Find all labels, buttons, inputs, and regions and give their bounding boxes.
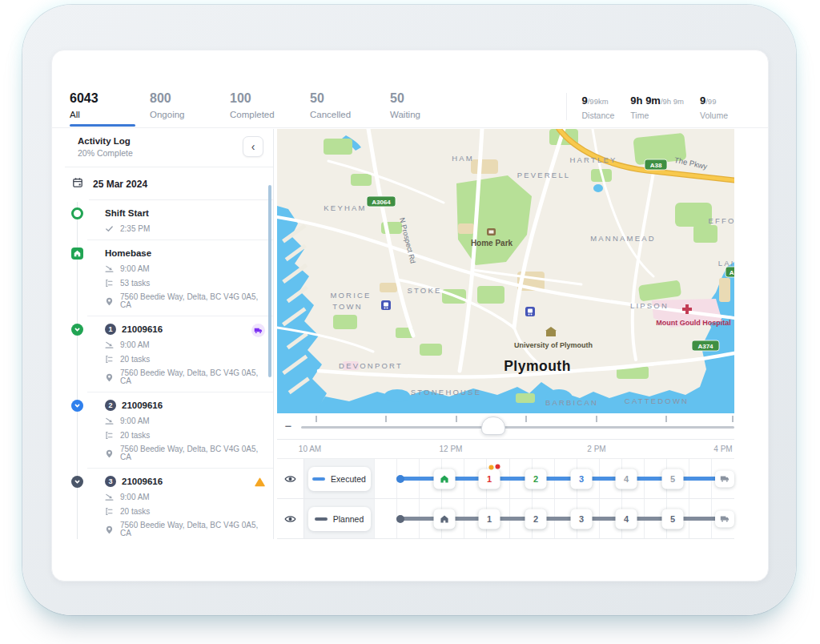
tab-cancelled-count: 50 bbox=[310, 91, 390, 107]
list-item-shift-start[interactable]: Shift Start 2:35 PM bbox=[65, 200, 273, 240]
timeline-zoom-slider: − bbox=[277, 413, 734, 440]
tab-ongoing-count: 800 bbox=[150, 91, 230, 107]
executed-stop-5-marker[interactable]: 5 bbox=[662, 469, 684, 489]
stop-2-tasks: 20 tasks bbox=[120, 432, 150, 440]
planned-stop-2-marker[interactable]: 2 bbox=[525, 509, 547, 529]
road-shield-a38-right: A38 bbox=[726, 267, 734, 277]
planned-start-dot bbox=[396, 515, 404, 523]
stat-volume-label: Volume bbox=[700, 111, 728, 120]
truck-icon bbox=[720, 514, 730, 524]
tab-completed[interactable]: 100 Completed bbox=[230, 91, 310, 127]
eye-icon bbox=[284, 514, 296, 524]
stat-time-label: Time bbox=[630, 111, 684, 120]
map-label-keyham: KEYHAM bbox=[324, 203, 366, 212]
executed-stop-1-marker[interactable]: 1 bbox=[479, 469, 500, 489]
list-item-stop-1[interactable]: 121009616 9:00 AM 20 tasks 7560 Bee bbox=[65, 316, 273, 392]
map-label-peverell: PEVERELL bbox=[517, 171, 571, 179]
tab-waiting[interactable]: 50 Waiting bbox=[390, 91, 470, 127]
tab-cancelled[interactable]: 50 Cancelled bbox=[310, 91, 390, 127]
planned-stop-5-marker[interactable]: 5 bbox=[662, 509, 684, 529]
truck-icon bbox=[251, 324, 265, 337]
list-item-homebase[interactable]: Homebase 9:00 AM 53 tasks 7560 Beedie Wa… bbox=[65, 240, 273, 316]
stop-1-tasks: 20 tasks bbox=[120, 356, 150, 364]
date-row[interactable]: 25 Mar 2024 bbox=[65, 167, 273, 200]
stop-3-tasks: 20 tasks bbox=[120, 508, 150, 516]
tab-bar: 6043 All 800 Ongoing 100 Completed 50 Ca… bbox=[70, 91, 470, 127]
home-icon bbox=[440, 474, 449, 483]
road-shield-a374: A374 bbox=[692, 340, 719, 351]
map-canvas[interactable]: A38 A3064 A374 A38 bbox=[277, 129, 734, 413]
shift-start-title: Shift Start bbox=[105, 207, 263, 219]
stop-1-id: 21009616 bbox=[122, 324, 163, 335]
tasks-icon bbox=[105, 507, 114, 516]
stat-distance-total: /99km bbox=[588, 97, 609, 106]
executed-homebase-marker[interactable] bbox=[434, 469, 456, 489]
planned-stop-2-num: 2 bbox=[533, 514, 538, 524]
stop-3-address: 7560 Beedie Way, Delta, BC V4G 0A5, CA bbox=[120, 521, 263, 537]
homebase-time: 9:00 AM bbox=[120, 265, 150, 273]
planned-stop-3-num: 3 bbox=[579, 514, 584, 524]
planned-legend[interactable]: Planned bbox=[308, 507, 371, 531]
tab-ongoing-label: Ongoing bbox=[150, 110, 230, 127]
stop-1-time: 9:00 AM bbox=[120, 341, 150, 349]
planned-swatch bbox=[315, 517, 328, 521]
home-icon bbox=[440, 514, 449, 523]
executed-vehicle-marker[interactable] bbox=[715, 470, 734, 487]
app-window: 6043 All 800 Ongoing 100 Completed 50 Ca… bbox=[51, 50, 769, 582]
collapse-sidebar-button[interactable]: ‹ bbox=[243, 136, 263, 157]
road-shield-a38: A38 bbox=[645, 159, 667, 170]
planned-homebase-marker[interactable] bbox=[434, 509, 456, 529]
planned-stop-3-marker[interactable]: 3 bbox=[571, 509, 593, 529]
svg-text:A374: A374 bbox=[697, 343, 713, 350]
planned-stop-5-num: 5 bbox=[670, 514, 675, 524]
toggle-planned-visibility[interactable] bbox=[277, 499, 304, 538]
zoom-out-button[interactable]: − bbox=[281, 419, 295, 433]
train-station-icon bbox=[525, 307, 535, 316]
planned-vehicle-marker[interactable] bbox=[715, 510, 734, 527]
executed-stop-2-num: 2 bbox=[533, 474, 538, 484]
stat-volume: 9/99 Volume bbox=[700, 93, 728, 120]
activity-log-sidebar: Activity Log 20% Complete ‹ 25 Mar 2024 … bbox=[65, 129, 274, 539]
tab-ongoing[interactable]: 800 Ongoing bbox=[150, 91, 230, 127]
stat-volume-total: /99 bbox=[705, 97, 716, 106]
sidebar-scrollbar[interactable] bbox=[268, 185, 271, 377]
tab-cancelled-label: Cancelled bbox=[310, 110, 390, 127]
tab-all[interactable]: 6043 All bbox=[70, 91, 150, 127]
tasks-icon bbox=[105, 279, 114, 288]
activity-list: Shift Start 2:35 PM Homebase 9:00 AM bbox=[65, 200, 273, 539]
svg-text:A3064: A3064 bbox=[372, 199, 391, 206]
slider-track[interactable] bbox=[301, 426, 734, 429]
map-label-ham: HAM bbox=[452, 154, 474, 163]
eta-icon bbox=[105, 264, 114, 273]
map-label-efford: EFFOR bbox=[708, 216, 734, 225]
slider-tick bbox=[665, 416, 667, 422]
stop-2-address: 7560 Beedie Way, Delta, BC V4G 0A5, CA bbox=[120, 445, 263, 461]
map-svg: A38 A3064 A374 A38 bbox=[277, 129, 734, 413]
executed-legend[interactable]: Executed bbox=[308, 467, 371, 491]
svg-text:A38: A38 bbox=[650, 162, 662, 169]
tasks-icon bbox=[105, 355, 114, 364]
tab-waiting-label: Waiting bbox=[390, 110, 470, 127]
stop-3-status-icon bbox=[71, 476, 83, 488]
executed-stop-2-marker[interactable]: 2 bbox=[525, 469, 547, 489]
planned-stop-4-marker[interactable]: 4 bbox=[616, 509, 637, 529]
executed-stop-3-marker[interactable]: 3 bbox=[571, 469, 593, 489]
stop-2-id: 21009616 bbox=[122, 400, 163, 411]
slider-handle[interactable] bbox=[481, 417, 505, 435]
list-item-stop-3[interactable]: 321009616 9:00 AM 20 tasks 7560 Bee bbox=[65, 469, 273, 539]
warning-icon bbox=[255, 476, 265, 490]
stop-1-status-icon bbox=[71, 324, 83, 336]
sidebar-progress: 20% Complete bbox=[78, 148, 133, 158]
homebase-tasks: 53 tasks bbox=[120, 280, 150, 288]
slider-tick bbox=[732, 416, 734, 422]
planned-stop-1-marker[interactable]: 1 bbox=[479, 509, 500, 529]
executed-stop-4-marker[interactable]: 4 bbox=[616, 469, 637, 489]
stop-1-address: 7560 Beedie Way, Delta, BC V4G 0A5, CA bbox=[120, 369, 263, 385]
stat-distance: 9/99km Distance bbox=[581, 93, 614, 120]
stat-distance-value: 9 bbox=[581, 95, 587, 107]
list-item-stop-2[interactable]: 221009616 9:00 AM 20 tasks 7560 Beedie W… bbox=[65, 392, 273, 469]
executed-stop-5-num: 5 bbox=[670, 474, 675, 484]
executed-label: Executed bbox=[331, 474, 366, 484]
date-label: 25 Mar 2024 bbox=[93, 179, 147, 190]
toggle-executed-visibility[interactable] bbox=[277, 459, 304, 498]
